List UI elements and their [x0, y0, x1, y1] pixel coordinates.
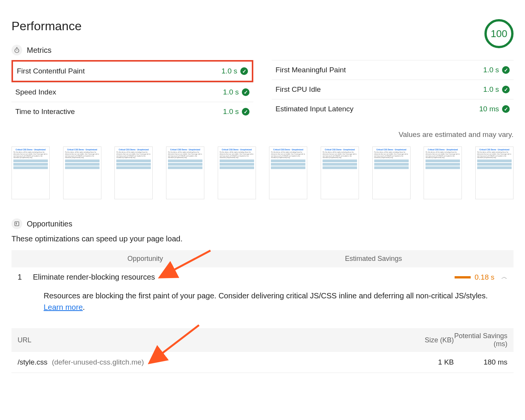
svg-rect-1 [15, 222, 19, 226]
opportunity-detail-text: Resources are blocking the first paint o… [44, 291, 488, 300]
filmstrip: Critical CSS Demo - UnoptimizedOn this d… [11, 147, 514, 199]
url-host: (defer-unused-css.glitch.me) [52, 358, 144, 366]
header-potential-savings: Potential Savings (ms) [454, 332, 507, 348]
header-opportunity: Opportunity [18, 255, 163, 263]
metric-first-contentful-paint[interactable]: First Contentful Paint 1.0 s [11, 60, 253, 82]
check-icon [242, 88, 249, 96]
filmstrip-frame: Critical CSS Demo - UnoptimizedOn this d… [321, 147, 359, 199]
opportunities-table-header: Opportunity Estimated Savings [11, 250, 514, 267]
savings-bar [455, 276, 471, 278]
savings-time: 0.18 s [474, 273, 494, 282]
header-savings: Estimated Savings [163, 255, 507, 263]
page-title: Performance [11, 19, 82, 33]
metric-value: 1.0 s [483, 66, 499, 74]
metric-time-to-interactive[interactable]: Time to Interactive 1.0 s [11, 102, 253, 121]
metric-value: 1.0 s [483, 85, 499, 94]
url-size: 1 KB [404, 358, 454, 366]
metric-value: 1.0 s [222, 67, 237, 75]
metric-label: Time to Interactive [15, 107, 75, 116]
opportunities-section-header: Opportunities [11, 218, 514, 229]
metric-first-cpu-idle[interactable]: First CPU Idle 1.0 s [272, 80, 514, 99]
check-icon [502, 86, 510, 93]
check-icon [502, 66, 510, 74]
learn-more-link[interactable]: Learn more [44, 303, 83, 311]
opportunities-title: Opportunities [27, 220, 72, 228]
metric-estimated-input-latency[interactable]: Estimated Input Latency 10 ms [272, 99, 514, 119]
metric-label: Estimated Input Latency [276, 105, 354, 113]
filmstrip-frame: Critical CSS Demo - UnoptimizedOn this d… [269, 147, 307, 199]
metric-value: 1.0 s [223, 88, 239, 96]
opportunity-row[interactable]: 1 Eliminate render-blocking resources 0.… [11, 267, 514, 287]
metric-label: First Meaningful Paint [276, 66, 346, 74]
opportunity-detail: Resources are blocking the first paint o… [11, 287, 514, 321]
metric-value: 10 ms [479, 105, 499, 113]
metric-speed-index[interactable]: Speed Index 1.0 s [11, 82, 253, 102]
performance-score: 100 [484, 19, 514, 48]
check-icon [502, 105, 510, 113]
chevron-up-icon[interactable]: ︿ [501, 273, 507, 281]
metric-label: Speed Index [15, 88, 56, 96]
filmstrip-frame: Critical CSS Demo - UnoptimizedOn this d… [218, 147, 256, 199]
opportunities-description: These optimizations can speed up your pa… [11, 234, 514, 243]
metrics-title: Metrics [27, 46, 51, 55]
filmstrip-frame: Critical CSS Demo - UnoptimizedOn this d… [63, 147, 101, 199]
filmstrip-frame: Critical CSS Demo - UnoptimizedOn this d… [424, 147, 462, 199]
url-path: /style.css [18, 358, 47, 366]
filmstrip-frame: Critical CSS Demo - UnoptimizedOn this d… [475, 147, 514, 199]
period: . [83, 303, 85, 311]
check-icon [240, 67, 248, 75]
filmstrip-frame: Critical CSS Demo - UnoptimizedOn this d… [11, 147, 50, 199]
metrics-footnote: Values are estimated and may vary. [11, 130, 514, 139]
metrics-section-header: Metrics [11, 45, 82, 55]
opportunity-name: Eliminate render-blocking resources [33, 273, 455, 282]
metric-value: 1.0 s [223, 107, 239, 116]
svg-point-0 [15, 49, 19, 53]
opportunity-number: 1 [18, 273, 33, 282]
url-table-header: URL Size (KB) Potential Savings (ms) [11, 328, 514, 352]
metric-label: First CPU Idle [276, 85, 321, 94]
filmstrip-frame: Critical CSS Demo - UnoptimizedOn this d… [166, 147, 204, 199]
filmstrip-frame: Critical CSS Demo - UnoptimizedOn this d… [114, 147, 153, 199]
header-size: Size (KB) [404, 336, 454, 344]
url-row[interactable]: /style.css (defer-unused-css.glitch.me) … [11, 352, 514, 373]
sparkle-icon [11, 218, 22, 229]
check-icon [242, 108, 249, 116]
metric-first-meaningful-paint[interactable]: First Meaningful Paint 1.0 s [272, 60, 514, 80]
url-savings: 180 ms [454, 358, 507, 366]
header-url: URL [18, 336, 404, 344]
filmstrip-frame: Critical CSS Demo - UnoptimizedOn this d… [372, 147, 411, 199]
metric-label: First Contentful Paint [17, 67, 85, 75]
stopwatch-icon [11, 45, 22, 55]
